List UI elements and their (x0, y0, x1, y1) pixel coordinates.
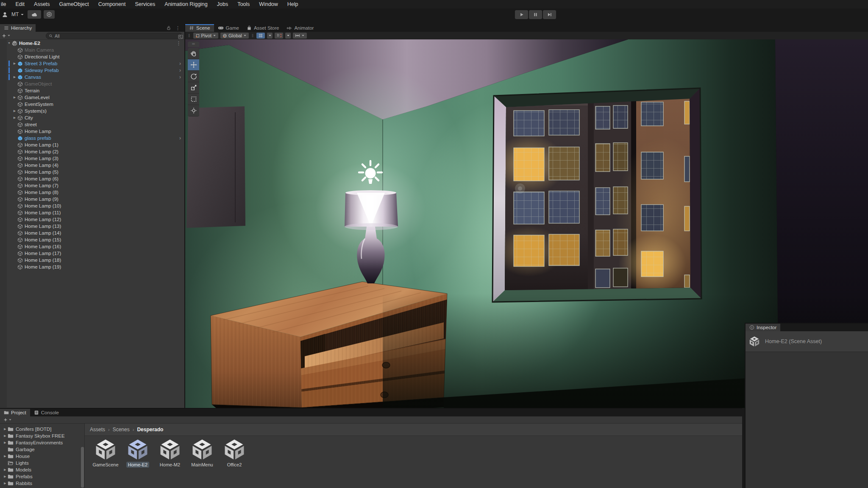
hierarchy-item-canvas[interactable]: ▶Canvas› (0, 74, 184, 80)
menu-item-tools[interactable]: Tools (233, 0, 254, 8)
hierarchy-item-city[interactable]: ▶City (0, 114, 184, 121)
asset-home-e2[interactable]: Home-E2 (122, 438, 153, 488)
hierarchy-item-home-lamp-19[interactable]: Home Lamp (19) (0, 263, 184, 270)
tab-console[interactable]: Console (30, 409, 63, 416)
version-control-button[interactable] (44, 10, 55, 19)
breadcrumb-scenes[interactable]: Scenes (113, 427, 130, 433)
hierarchy-item-home-lamp-2[interactable]: Home Lamp (2) (0, 148, 184, 155)
hierarchy-item-main-camera[interactable]: Main Camera (0, 47, 184, 53)
prefab-open-arrow[interactable]: › (179, 61, 181, 67)
menu-item-animation-rigging[interactable]: Animation Rigging (160, 0, 212, 8)
hierarchy-item-home-lamp-10[interactable]: Home Lamp (10) (0, 202, 184, 209)
play-button[interactable] (515, 10, 528, 19)
tab-inspector[interactable]: Inspector (746, 324, 780, 331)
folder-item-rabbits[interactable]: ▶Rabbits (0, 480, 84, 487)
tool-hand[interactable] (188, 48, 199, 59)
hierarchy-item-home-lamp-13[interactable]: Home Lamp (13) (0, 223, 184, 230)
folder-item-prefabs[interactable]: ▶Prefabs (0, 473, 84, 480)
tool-rect[interactable] (188, 94, 199, 105)
hierarchy-item-eventsystem[interactable]: EventSystem (0, 101, 184, 108)
tab-game[interactable]: Game (214, 24, 243, 32)
expand-arrow[interactable]: ▶ (12, 94, 17, 101)
hierarchy-item-home-lamp-7[interactable]: Home Lamp (7) (0, 182, 184, 189)
expand-arrow[interactable]: ▶ (3, 427, 8, 431)
hierarchy-item-home-lamp-8[interactable]: Home Lamp (8) (0, 189, 184, 196)
menu-item-window[interactable]: Window (254, 0, 282, 8)
folder-item-lights[interactable]: Lights (0, 460, 84, 466)
hierarchy-item-home-lamp-9[interactable]: Home Lamp (9) (0, 196, 184, 202)
expand-arrow[interactable]: ▶ (12, 60, 17, 67)
hierarchy-options-icon[interactable]: ⋮ (176, 41, 181, 46)
hierarchy-item-home-lamp-1[interactable]: Home Lamp (1) (0, 141, 184, 148)
hierarchy-item-home-lamp-11[interactable]: Home Lamp (11) (0, 209, 184, 216)
tab-hierarchy[interactable]: Hierarchy (0, 24, 36, 32)
asset-mainmenu[interactable]: MainMenu (186, 438, 218, 488)
expand-arrow[interactable]: ▶ (3, 475, 8, 478)
expand-arrow[interactable]: ▶ (3, 482, 8, 485)
hierarchy-item-home-lamp-4[interactable]: Home Lamp (4) (0, 162, 184, 169)
hierarchy-item-sideway-prefab[interactable]: Sideway Prefab› (0, 67, 184, 74)
breadcrumb-desperado[interactable]: Desperado (137, 427, 163, 433)
menu-item-help[interactable]: Help (283, 0, 303, 8)
menu-item-edit[interactable]: Edit (11, 0, 30, 8)
folder-item-fantasy-skybox-free[interactable]: ▶Fantasy Skybox FREE (0, 433, 84, 439)
expand-arrow[interactable]: ▶ (3, 455, 8, 458)
create-object-button[interactable] (0, 33, 11, 38)
menu-item-ile[interactable]: ile (0, 0, 11, 8)
asset-home-m2[interactable]: Home-M2 (154, 438, 186, 488)
tool-rotate[interactable] (188, 71, 199, 82)
create-asset-button[interactable] (2, 418, 12, 422)
menu-item-component[interactable]: Component (94, 0, 131, 8)
hierarchy-item-home-lamp-17[interactable]: Home Lamp (17) (0, 250, 184, 257)
snap-toggle[interactable] (275, 33, 283, 39)
hierarchy-item-home-lamp-18[interactable]: Home Lamp (18) (0, 257, 184, 263)
hierarchy-item-glass-prefab[interactable]: glass prefab› (0, 135, 184, 141)
hierarchy-item-home-lamp-14[interactable]: Home Lamp (14) (0, 230, 184, 236)
palette-drag-handle[interactable]: ═ (188, 42, 199, 47)
hierarchy-item-home-lamp-3[interactable]: Home Lamp (3) (0, 155, 184, 162)
grid-visibility-toggle[interactable] (256, 33, 265, 39)
folder-item-house[interactable]: ▶House (0, 453, 84, 460)
expand-arrow[interactable]: ▶ (3, 434, 8, 438)
grid-settings-dropdown[interactable] (267, 33, 273, 39)
tab-scene[interactable]: Scene (185, 24, 214, 32)
tool-scale[interactable] (188, 82, 199, 93)
expand-arrow[interactable]: ▶ (12, 114, 17, 121)
step-button[interactable] (543, 10, 556, 19)
pause-button[interactable] (529, 10, 542, 19)
hierarchy-item-home-lamp-5[interactable]: Home Lamp (5) (0, 169, 184, 175)
breadcrumb-assets[interactable]: Assets (90, 427, 105, 433)
snap-increment-button[interactable] (293, 33, 307, 39)
global-mode-button[interactable]: Global (220, 33, 249, 39)
expand-arrow[interactable]: ▶ (3, 468, 8, 471)
snap-settings-dropdown[interactable] (285, 33, 291, 39)
toolbar-handle[interactable]: ‖ (187, 33, 191, 38)
lock-icon[interactable] (166, 25, 171, 30)
asset-office2[interactable]: Office2 (219, 438, 250, 488)
panel-menu-icon[interactable]: ⋮ (175, 25, 180, 31)
folder-item-conifers-botd[interactable]: ▶Conifers [BOTD] (0, 426, 84, 433)
account-dropdown[interactable]: MT (11, 11, 25, 17)
menu-item-jobs[interactable]: Jobs (212, 0, 233, 8)
prefab-open-arrow[interactable]: › (179, 74, 181, 80)
asset-gamescene[interactable]: GameScene (90, 438, 121, 488)
tab-project[interactable]: Project (0, 409, 30, 416)
hierarchy-item-street[interactable]: street (0, 121, 184, 128)
tool-move[interactable] (188, 59, 199, 70)
menu-item-services[interactable]: Services (130, 0, 160, 8)
hierarchy-item-home-lamp-12[interactable]: Home Lamp (12) (0, 216, 184, 223)
hierarchy-item-street-3-prefab[interactable]: ▶Street 3 Prefab› (0, 60, 184, 67)
tab-animator[interactable]: Animator (283, 24, 317, 32)
prefab-open-arrow[interactable]: › (179, 67, 181, 73)
folder-item-garbage[interactable]: Garbage (0, 446, 84, 453)
hierarchy-item-directional-light[interactable]: Directional Light (0, 53, 184, 60)
tool-transform[interactable] (188, 105, 199, 116)
expand-arrow[interactable]: ▶ (12, 74, 17, 80)
folder-scrollbar[interactable] (81, 447, 84, 488)
expand-arrow[interactable]: ▶ (12, 108, 17, 114)
hierarchy-item-gameobject[interactable]: GameObject (0, 80, 184, 87)
menu-item-assets[interactable]: Assets (29, 0, 55, 8)
hierarchy-item-terrain[interactable]: Terrain (0, 87, 184, 94)
hierarchy-item-home-e2[interactable]: ▼Home-E2⋮ (0, 40, 184, 47)
hierarchy-item-home-lamp-6[interactable]: Home Lamp (6) (0, 175, 184, 182)
